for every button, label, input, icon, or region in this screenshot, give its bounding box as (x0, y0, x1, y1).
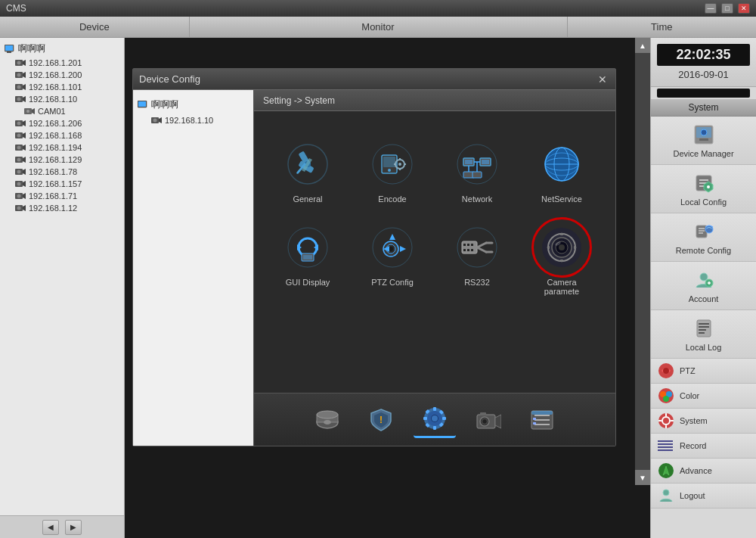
svg-line-96 (477, 243, 486, 247)
local-log-label: Local Log (686, 343, 722, 352)
record-button[interactable]: Record (651, 434, 756, 459)
svg-point-46 (153, 119, 157, 123)
titlebar-controls: — □ ✕ (705, 3, 750, 14)
list-item[interactable]: 192.168.1.157 (3, 178, 121, 190)
svg-rect-174 (658, 449, 673, 451)
svg-rect-89 (462, 241, 477, 253)
bottom-tab-hdd[interactable] (306, 403, 349, 437)
grid-item-gui[interactable]: GUI Display (269, 217, 346, 302)
tab-monitor[interactable]: Monitor (190, 17, 568, 37)
list-item[interactable]: 192.168.1.206 (3, 117, 121, 129)
svg-rect-155 (699, 323, 709, 325)
tab-time[interactable]: Time (568, 17, 757, 37)
dialog-tree-root[interactable]: 啊啊啊 (136, 96, 250, 114)
svg-rect-173 (658, 446, 673, 448)
list-item[interactable]: 192.168.1.200 (3, 69, 121, 81)
list-item[interactable]: 192.168.1.10 (3, 93, 121, 105)
grid-item-encode[interactable]: Encode (354, 134, 431, 210)
monitor-icon (5, 45, 15, 54)
device-ip: 192.168.1.194 (29, 143, 82, 152)
svg-rect-172 (658, 443, 673, 445)
svg-point-17 (26, 110, 29, 113)
color-button[interactable]: Color (651, 384, 756, 409)
svg-point-54 (388, 169, 391, 172)
grid-item-general[interactable]: General (269, 134, 346, 210)
grid-item-netservice[interactable]: NetService (523, 134, 600, 210)
account-icon (692, 268, 716, 292)
bottom-tab-list[interactable] (521, 403, 563, 437)
remote-config-button[interactable]: Remote Config (651, 213, 756, 262)
tree-root[interactable]: 啊啊啊 (3, 41, 121, 57)
maximize-button[interactable]: □ (721, 3, 733, 14)
list-item[interactable]: 192.168.1.168 (3, 129, 121, 141)
bottom-tab-gear[interactable] (414, 401, 456, 438)
bottom-tab-shield[interactable]: ! (360, 403, 402, 437)
svg-rect-156 (699, 326, 709, 328)
dialog-tree-child[interactable]: 192.168.1.10 (136, 114, 250, 127)
dialog-content: Setting -> System (254, 90, 615, 446)
advance-button[interactable]: Advance (651, 459, 756, 484)
list-item[interactable]: 192.168.1.12 (3, 202, 121, 214)
account-button[interactable]: Account (651, 262, 756, 310)
advance-right-icon (657, 462, 675, 480)
svg-point-177 (663, 490, 669, 496)
svg-rect-127 (480, 412, 486, 415)
svg-rect-2 (5, 45, 13, 51)
divider-bar (657, 89, 750, 98)
svg-point-38 (17, 194, 21, 198)
prev-button[interactable]: ◀ (42, 520, 59, 535)
list-item[interactable]: 192.168.1.78 (3, 166, 121, 178)
tab-device[interactable]: Device (0, 17, 190, 37)
camera-param-icon (538, 223, 586, 272)
next-button[interactable]: ▶ (65, 520, 82, 535)
svg-rect-94 (471, 244, 473, 246)
svg-marker-31 (23, 169, 26, 175)
ptz-button[interactable]: PTZ (651, 359, 756, 384)
list-item[interactable]: 192.168.1.71 (3, 190, 121, 202)
list-item[interactable]: 192.168.1.129 (3, 154, 121, 166)
local-config-label: Local Config (680, 197, 727, 207)
local-config-button[interactable]: Local Config (651, 165, 756, 213)
grid-item-network[interactable]: Network (438, 134, 516, 210)
grid-item-ptz[interactable]: PTZ Config (354, 217, 431, 302)
camera-icon (15, 59, 26, 67)
svg-point-26 (17, 146, 21, 150)
device-tree: 啊啊啊 192.168.1.201 192.168.1.200 192.168.… (0, 38, 124, 515)
list-item[interactable]: 192.168.1.101 (3, 81, 121, 93)
local-log-button[interactable]: Local Log (651, 310, 756, 359)
dialog-close-button[interactable]: ✕ (596, 73, 609, 86)
svg-marker-25 (23, 145, 26, 151)
device-manager-button[interactable]: Device Manager (651, 117, 756, 165)
svg-point-8 (17, 73, 21, 77)
svg-rect-114 (433, 407, 436, 411)
camera-icon (15, 83, 26, 91)
svg-point-164 (663, 396, 669, 402)
color-label: Color (680, 391, 699, 400)
scroll-down-button[interactable]: ▼ (635, 470, 650, 485)
svg-rect-90 (463, 244, 466, 246)
list-item[interactable]: 192.168.1.201 (3, 57, 121, 69)
camera-icon (24, 107, 35, 115)
dialog-body: 啊啊啊 192.168.1.10 Setting -> System (133, 90, 615, 446)
minimize-button[interactable]: — (705, 3, 717, 14)
ptz-icon (368, 223, 417, 272)
tree-root-label: 啊啊啊 (18, 42, 45, 55)
camera-icon (15, 132, 26, 139)
svg-rect-169 (658, 420, 662, 421)
grid-item-camera-param[interactable]: Camera paramete (523, 217, 600, 302)
svg-marker-40 (23, 205, 26, 211)
grid-label-encode: Encode (378, 194, 406, 204)
close-button[interactable]: ✕ (738, 3, 750, 14)
system-right-button[interactable]: System (651, 409, 756, 434)
dialog-titlebar: Device Config ✕ (133, 69, 615, 90)
svg-marker-45 (159, 117, 162, 123)
grid-item-rs232[interactable]: RS232 (438, 217, 516, 302)
list-item[interactable]: CAM01 (3, 105, 121, 117)
scroll-up-button[interactable]: ▲ (635, 38, 650, 53)
list-item[interactable]: 192.168.1.194 (3, 141, 121, 154)
gui-icon (284, 223, 332, 272)
logout-button[interactable]: Logout (651, 484, 756, 508)
bottom-tab-camera[interactable] (467, 403, 510, 437)
right-panel: 22:02:35 2016-09-01 System Device Manage… (650, 38, 756, 538)
dialog-tree: 啊啊啊 192.168.1.10 (133, 90, 254, 446)
